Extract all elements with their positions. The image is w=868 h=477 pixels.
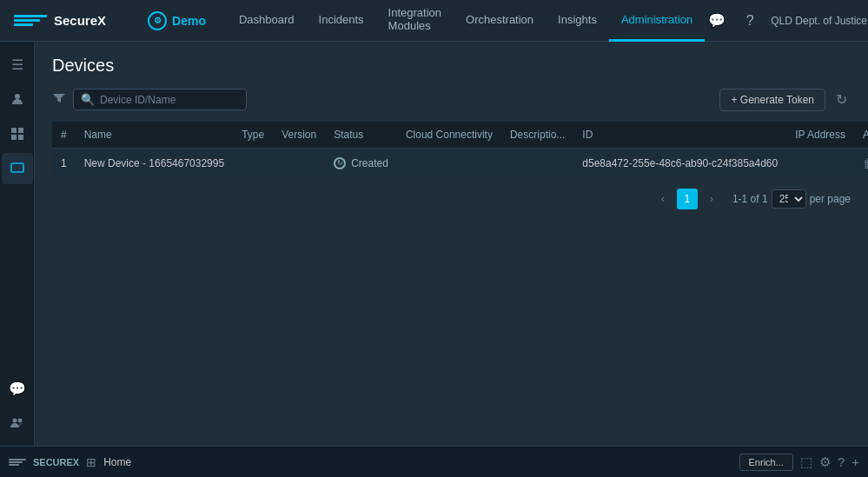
nav-right-controls: 💬 ? QLD Dept. of Justice & Attorney Gene… <box>705 9 868 33</box>
svg-rect-5 <box>11 163 23 172</box>
brand-logo: SecureX <box>14 10 106 31</box>
col-cloud: Cloud Connectivity <box>397 122 501 149</box>
bottom-right-controls: Enrich... ⬚ ⚙ ? + <box>739 454 859 471</box>
org-label: QLD Dept. of Justice & Attorney General … <box>771 15 868 27</box>
nav-insights[interactable]: Insights <box>546 0 609 42</box>
search-box: 🔍 <box>73 89 247 110</box>
cisco-logo-icon <box>14 10 47 31</box>
search-input[interactable] <box>100 94 239 106</box>
main-content: Devices 🔍 + Generate Token ↻ # Name Type <box>35 42 868 446</box>
bottom-bar: SECUREX ⊞ Home Enrich... ⬚ ⚙ ? + <box>0 446 868 477</box>
cell-id: d5e8a472-255e-48c6-ab90-c24f385a4d60 <box>573 149 786 178</box>
col-status: Status <box>325 122 397 149</box>
svg-point-6 <box>12 419 17 423</box>
svg-rect-4 <box>18 135 23 140</box>
help-icon-btn[interactable]: ? <box>738 9 762 33</box>
page-title: Devices <box>52 56 851 76</box>
chat-icon-btn[interactable]: 💬 <box>705 9 729 33</box>
col-description: Descriptio... <box>501 122 573 149</box>
cell-version <box>273 149 325 178</box>
svg-point-7 <box>17 419 22 423</box>
enrich-button[interactable]: Enrich... <box>739 454 793 471</box>
sidebar: ☰ 💬 <box>0 42 35 446</box>
col-actions: Actions <box>854 122 868 149</box>
nav-dashboard[interactable]: Dashboard <box>227 0 307 42</box>
main-layout: ☰ 💬 Devices 🔍 + Generate To <box>0 42 868 446</box>
cell-cloud <box>397 149 501 178</box>
bottom-settings-icon[interactable]: ⚙ <box>819 454 831 470</box>
table-row: 1 New Device - 1665467032995 ↻ Created d… <box>52 149 868 178</box>
demo-badge: ⚙ Demo <box>148 11 206 30</box>
bottom-home-label: Home <box>103 456 131 468</box>
next-page-button[interactable]: › <box>701 189 722 209</box>
search-icon: 🔍 <box>81 93 95 106</box>
bottom-help-icon[interactable]: ? <box>838 454 845 469</box>
generate-token-label: + Generate Token <box>731 94 814 106</box>
bottom-apps-icon[interactable]: ⊞ <box>86 455 96 469</box>
status-label: Created <box>351 157 388 169</box>
col-ip: IP Address <box>786 122 854 149</box>
prev-page-button[interactable]: ‹ <box>653 189 673 209</box>
devices-table: # Name Type Version Status Cloud Connect… <box>52 122 868 178</box>
delete-button[interactable]: 🗑 <box>863 156 868 170</box>
filter-icon[interactable] <box>52 91 66 109</box>
per-page-label: per page <box>810 193 851 205</box>
toolbar: 🔍 + Generate Token ↻ <box>52 88 851 111</box>
top-navigation: SecureX ⚙ Demo Dashboard Incidents Integ… <box>0 0 868 42</box>
bottom-export-icon[interactable]: ⬚ <box>800 454 812 470</box>
sidebar-user-item[interactable] <box>2 83 33 115</box>
cell-description <box>501 149 573 178</box>
demo-icon: ⚙ <box>148 11 167 30</box>
svg-rect-2 <box>18 128 23 133</box>
svg-point-0 <box>15 94 20 99</box>
nav-administration[interactable]: Administration <box>609 0 705 42</box>
generate-token-button[interactable]: + Generate Token <box>719 89 825 111</box>
table-header-row: # Name Type Version Status Cloud Connect… <box>52 122 868 149</box>
sidebar-devices-item[interactable] <box>2 153 33 184</box>
cell-type <box>233 149 273 178</box>
page-range-label: 1-1 of 1 <box>732 193 768 205</box>
cell-ip <box>786 149 854 178</box>
brand-name: SecureX <box>54 13 106 28</box>
nav-links: Dashboard Incidents IntegrationModules O… <box>227 0 705 42</box>
pagination: ‹ 1 › 1-1 of 1 25 50 100 per page <box>52 189 851 209</box>
sidebar-people-item[interactable] <box>2 407 33 439</box>
refresh-button[interactable]: ↻ <box>832 88 851 111</box>
sidebar-menu-item[interactable]: ☰ <box>2 49 33 80</box>
per-page-select[interactable]: 25 50 100 <box>772 189 806 209</box>
col-name: Name <box>76 122 233 149</box>
bottom-securex-label: SECUREX <box>33 457 79 467</box>
status-created-icon: ↻ <box>334 157 346 169</box>
bottom-cisco-logo-icon <box>9 459 26 466</box>
col-id: ID <box>573 122 786 149</box>
col-version: Version <box>273 122 325 149</box>
demo-label: Demo <box>172 14 206 28</box>
col-num: # <box>52 122 76 149</box>
col-type: Type <box>233 122 273 149</box>
nav-integration-modules[interactable]: IntegrationModules <box>376 0 454 42</box>
cell-status: ↻ Created <box>325 149 397 178</box>
sidebar-grid-item[interactable] <box>2 118 33 149</box>
svg-rect-3 <box>11 135 17 140</box>
cell-name: New Device - 1665467032995 <box>76 149 233 178</box>
nav-incidents[interactable]: Incidents <box>307 0 376 42</box>
nav-orchestration[interactable]: Orchestration <box>454 0 546 42</box>
svg-rect-1 <box>11 128 17 133</box>
cell-num: 1 <box>52 149 76 178</box>
bottom-add-icon[interactable]: + <box>851 454 859 469</box>
sidebar-chat-item[interactable]: 💬 <box>2 373 33 404</box>
page-1-button[interactable]: 1 <box>677 189 698 209</box>
cell-actions: 🗑 ⧉ <box>854 149 868 178</box>
